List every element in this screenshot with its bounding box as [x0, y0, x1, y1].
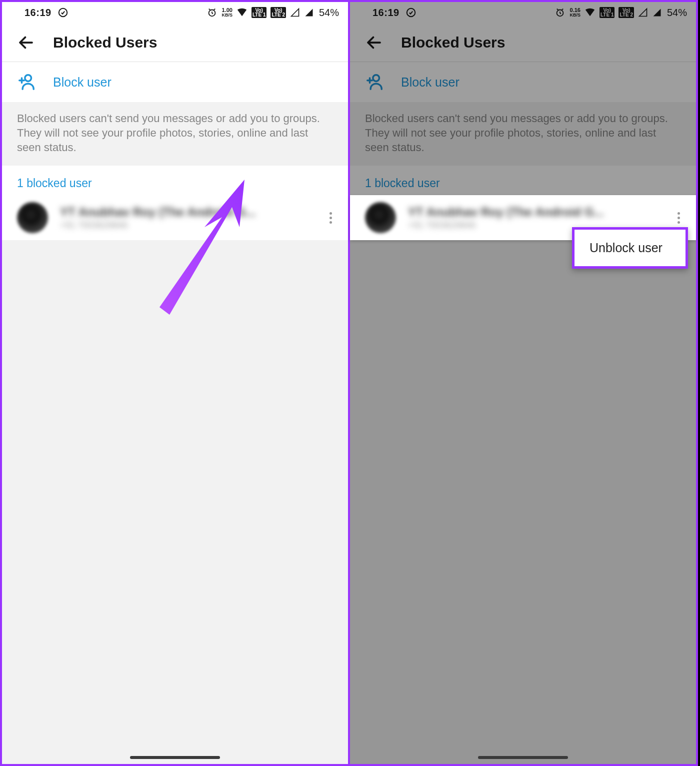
nav-handle[interactable]: [130, 756, 220, 759]
status-bar: 16:19 0.16 KB/S: [350, 2, 696, 23]
more-options-icon[interactable]: [671, 207, 686, 229]
signal-icon-2: [652, 8, 662, 18]
block-user-label: Block user: [401, 75, 460, 90]
alarm-icon: [206, 7, 218, 18]
signal-icon-2: [304, 8, 314, 18]
info-description: Blocked users can't send you messages or…: [350, 102, 696, 166]
user-name: YT Anubhav Roy (The Android G...: [408, 205, 671, 219]
svg-point-0: [58, 9, 67, 17]
app-header: Blocked Users: [2, 23, 348, 62]
wifi-icon: [236, 7, 248, 18]
status-time: 16:19: [24, 7, 52, 19]
avatar: [17, 202, 48, 233]
status-time: 16:19: [372, 7, 400, 19]
section-title: 1 blocked user: [350, 166, 696, 195]
page-title: Blocked Users: [401, 34, 505, 51]
battery-percentage: 54%: [319, 7, 339, 19]
info-description: Blocked users can't send you messages or…: [2, 102, 348, 166]
add-person-icon: [365, 73, 384, 92]
focus-mode-icon: [58, 7, 68, 18]
network-speed: 1.00 KB/S: [222, 8, 232, 18]
alarm-icon: [554, 7, 566, 18]
add-person-icon: [17, 73, 36, 92]
app-header: Blocked Users: [350, 23, 696, 62]
user-name: YT Anubhav Roy (The Android G...: [60, 205, 323, 219]
phone-screenshot-left: 16:19 1.00 KB/S: [0, 0, 349, 766]
blocked-user-row[interactable]: YT Anubhav Roy (The Android G... +91 700…: [2, 195, 348, 240]
user-info: YT Anubhav Roy (The Android G... +91 700…: [408, 205, 671, 231]
more-options-icon[interactable]: [323, 207, 338, 229]
phone-screenshot-right: 16:19 0.16 KB/S: [349, 0, 698, 766]
block-user-label: Block user: [53, 75, 112, 90]
user-subtitle: +91 7003629846: [60, 220, 323, 231]
unblock-user-button[interactable]: Unblock user: [590, 241, 670, 255]
back-arrow-icon[interactable]: [17, 34, 35, 52]
page-title: Blocked Users: [53, 34, 157, 51]
volte-badge-1: Vo) LTE 1: [252, 7, 266, 18]
block-user-button[interactable]: Block user: [350, 62, 696, 102]
section-title: 1 blocked user: [2, 166, 348, 195]
empty-area: [350, 240, 696, 764]
network-speed: 0.16 KB/S: [570, 8, 580, 18]
empty-area: [2, 240, 348, 764]
user-info: YT Anubhav Roy (The Android G... +91 700…: [60, 205, 323, 231]
svg-point-3: [406, 9, 415, 17]
wifi-icon: [584, 7, 596, 18]
context-menu: Unblock user: [572, 227, 688, 269]
block-user-button[interactable]: Block user: [2, 62, 348, 102]
volte-badge-2: Vo) LTE 2: [270, 7, 286, 18]
svg-point-2: [25, 75, 32, 82]
nav-handle[interactable]: [478, 756, 568, 759]
focus-mode-icon: [406, 7, 416, 18]
volte-badge-2: Vo) LTE 2: [618, 7, 634, 18]
signal-icon-1: [290, 8, 300, 18]
back-arrow-icon[interactable]: [365, 34, 383, 52]
signal-icon-1: [638, 8, 648, 18]
battery-percentage: 54%: [667, 7, 687, 19]
svg-point-5: [373, 75, 380, 82]
volte-badge-1: Vo) LTE 1: [600, 7, 614, 18]
status-bar: 16:19 1.00 KB/S: [2, 2, 348, 23]
avatar: [365, 202, 396, 233]
